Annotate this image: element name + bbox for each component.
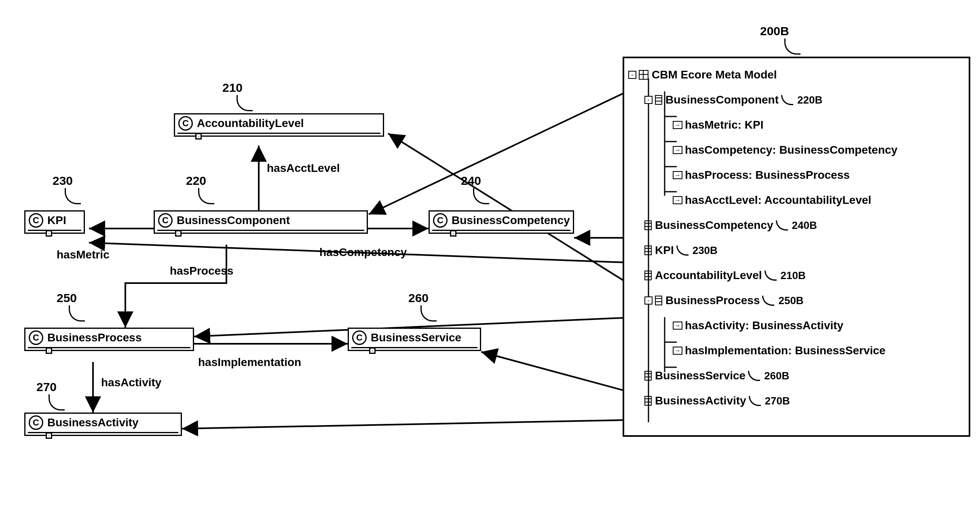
ref-270b: 270B [765, 395, 790, 407]
class-icon [644, 371, 652, 381]
class-name: KPI [47, 214, 66, 227]
class-icon [655, 296, 662, 305]
collapse-icon[interactable]: - [628, 71, 636, 79]
ref-260: 260 [408, 291, 429, 305]
ref-210: 210 [222, 81, 243, 95]
tree-node-hasactivity[interactable]: → hasActivity: BusinessActivity [628, 313, 965, 338]
edge-hasactivity: hasActivity [101, 376, 161, 389]
ref-250: 250 [57, 291, 77, 305]
edge-hasimplementation: hasImplementation [198, 356, 301, 369]
tree-title: CBM Ecore Meta Model [652, 68, 777, 81]
class-icon [644, 396, 652, 406]
ref-220b: 220B [797, 94, 822, 106]
tree-node-accountabilitylevel[interactable]: AccountabilityLevel 210B [628, 263, 965, 288]
reference-icon: → [673, 146, 682, 154]
class-icon [644, 245, 652, 255]
class-icon: C [178, 116, 193, 131]
reference-icon: → [673, 196, 682, 204]
ref-210b: 210B [781, 269, 806, 282]
ref-250b: 250B [778, 294, 803, 307]
class-businessprocess: C BusinessProcess - [24, 328, 194, 351]
edge-hasacctlevel: hasAcctLevel [267, 162, 340, 175]
reference-icon: → [673, 347, 682, 355]
tree-node-hascompetency[interactable]: → hasCompetency: BusinessCompetency [628, 138, 965, 163]
ref-230b: 230B [693, 244, 718, 257]
ref-240b: 240B [792, 219, 817, 232]
ref-260b: 260B [764, 370, 789, 382]
class-businesscomponent: C BusinessComponent - [154, 210, 368, 234]
class-name: BusinessComponent [177, 214, 290, 227]
tree-node-hasacctlevel[interactable]: → hasAcctLevel: AccountabilityLevel [628, 188, 965, 213]
tree-node-businesscompetency[interactable]: BusinessCompetency 240B [628, 213, 965, 238]
collapse-icon[interactable]: - [644, 296, 653, 305]
class-icon: C [158, 213, 173, 228]
edge-hascompetency: hasCompetency [319, 246, 407, 259]
class-icon: C [352, 330, 367, 345]
reference-icon: → [673, 322, 682, 330]
reference-icon: → [673, 171, 682, 179]
class-businesscompetency: C BusinessCompetency - [429, 210, 574, 234]
class-name: BusinessService [371, 331, 461, 344]
class-icon: C [29, 213, 43, 228]
tree-node-businessprocess[interactable]: - BusinessProcess 250B [628, 288, 965, 313]
tree-node-hasmetric[interactable]: → hasMetric: KPI [628, 112, 965, 138]
class-icon [644, 271, 652, 280]
tree-node-hasprocess[interactable]: → hasProcess: BusinessProcess [628, 163, 965, 188]
class-kpi: C KPI - [24, 210, 85, 234]
package-icon [639, 70, 648, 80]
svg-line-10 [481, 352, 637, 394]
ref-270: 270 [36, 380, 57, 394]
class-icon [644, 220, 652, 230]
tree-node-businessactivity[interactable]: BusinessActivity 270B [628, 388, 965, 413]
svg-line-5 [369, 87, 637, 214]
class-name: BusinessCompetency [452, 214, 570, 227]
tree-node-businessservice[interactable]: BusinessService 260B [628, 363, 965, 388]
class-icon: C [433, 213, 448, 228]
collapse-icon[interactable]: - [644, 96, 653, 104]
class-icon: C [29, 415, 43, 430]
class-name: BusinessProcess [47, 331, 142, 344]
class-accountabilitylevel: C AccountabilityLevel - [174, 113, 384, 137]
tree-node-kpi[interactable]: KPI 230B [628, 238, 965, 263]
ref-220: 220 [186, 174, 206, 188]
tree-node-hasimplementation[interactable]: → hasImplementation: BusinessService [628, 338, 965, 363]
svg-line-11 [182, 420, 637, 429]
class-icon [655, 95, 662, 105]
class-businessservice: C BusinessService - [348, 328, 481, 351]
tree-panel: - CBM Ecore Meta Model - BusinessCompone… [623, 57, 970, 437]
reference-icon: → [673, 121, 682, 129]
tree-node-businesscomponent[interactable]: - BusinessComponent 220B [628, 87, 965, 112]
tree-root[interactable]: - CBM Ecore Meta Model [628, 62, 965, 87]
class-name: BusinessActivity [47, 416, 139, 429]
class-name: AccountabilityLevel [197, 117, 304, 130]
edge-hasmetric: hasMetric [57, 248, 110, 261]
ref-200b: 200B [760, 24, 789, 38]
ref-240: 240 [461, 174, 481, 188]
class-icon: C [29, 330, 43, 345]
class-businessactivity: C BusinessActivity - [24, 413, 182, 436]
ref-230: 230 [53, 174, 73, 188]
edge-hasprocess: hasProcess [170, 265, 233, 277]
